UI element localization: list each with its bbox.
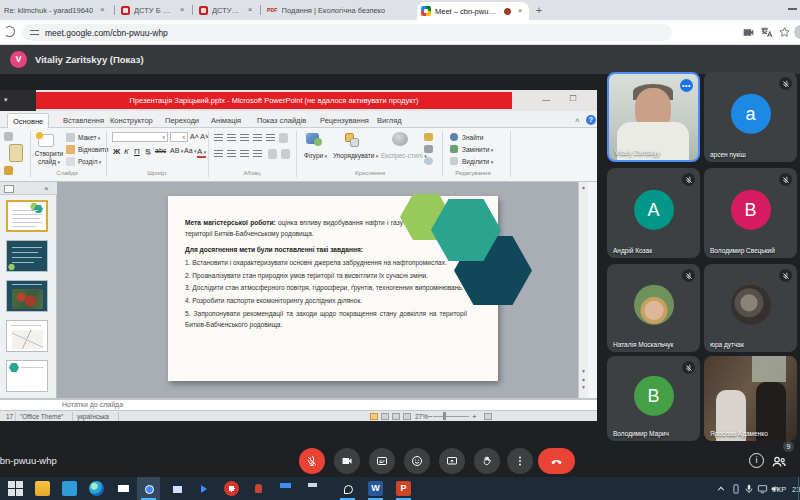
reset-button[interactable]: Відновити	[78, 146, 108, 153]
ribbon-tab-transitions[interactable]: Переходи	[160, 113, 204, 128]
browser-tab-3[interactable]: ДСТУ 7705:2015 Захист довкі	[195, 0, 259, 20]
ppt-maximize-icon[interactable]	[570, 94, 576, 103]
text-shadow-button[interactable]: S	[145, 147, 150, 156]
tab-close-icon[interactable]	[515, 6, 525, 16]
replace-button[interactable]: Замінити	[462, 146, 493, 153]
italic-button[interactable]: К	[124, 147, 129, 156]
slide-sorter-icon[interactable]	[381, 413, 389, 420]
language-indicator[interactable]: українська	[77, 413, 109, 420]
ppt-minimize-icon[interactable]	[542, 96, 550, 104]
meeting-details-icon[interactable]	[749, 453, 764, 468]
tray-phone-icon[interactable]	[731, 484, 741, 494]
shapes-button[interactable]: Фігури	[304, 152, 327, 159]
cut-icon[interactable]	[4, 132, 13, 141]
character-spacing-button[interactable]: АВ	[170, 147, 183, 154]
font-color-button[interactable]: А	[197, 147, 206, 158]
translate-icon[interactable]	[760, 26, 773, 39]
new-tab-button[interactable]	[533, 4, 545, 16]
more-options-button[interactable]	[507, 448, 533, 474]
participant-tile-natalia[interactable]: Наталія Москальчук	[607, 264, 700, 352]
quick-access-toolbar-icon[interactable]	[4, 96, 8, 104]
reactions-button[interactable]	[404, 448, 430, 474]
notes-pane[interactable]: Нотатки до слайда	[0, 398, 597, 410]
ribbon-tab-home[interactable]: Основне	[7, 113, 49, 128]
help-icon[interactable]	[586, 115, 596, 125]
slides-tab-icon[interactable]	[4, 185, 14, 193]
close-pane-icon[interactable]	[44, 184, 49, 193]
paste-icon[interactable]	[9, 144, 23, 162]
grow-shrink-font-icons[interactable]: A˄ A˅	[190, 133, 209, 140]
site-info-icon[interactable]	[30, 29, 39, 36]
participant-tile-yura[interactable]: юра дутчак	[704, 264, 797, 352]
camera-in-use-icon[interactable]	[742, 26, 755, 39]
zoom-in-icon[interactable]: +	[472, 412, 477, 421]
layout-button[interactable]: Макет	[78, 134, 100, 141]
new-slide-button[interactable]: Створити слайд	[34, 150, 64, 166]
powerpoint-icon[interactable]	[396, 481, 411, 496]
align-center-icon[interactable]	[227, 150, 236, 158]
zoom-slider-thumb[interactable]	[443, 412, 446, 420]
ribbon-tab-design[interactable]: Конструктор	[105, 113, 158, 128]
slide-thumbnail[interactable]	[6, 240, 48, 272]
participant-tile-volodymyr-s[interactable]: В Володимир Свєцький	[704, 168, 797, 258]
profile-avatar[interactable]	[794, 25, 800, 39]
tray-display-icon[interactable]	[757, 484, 768, 494]
present-screen-button[interactable]	[439, 448, 465, 474]
tab-close-icon[interactable]	[245, 5, 255, 15]
ms-store-icon[interactable]	[62, 481, 77, 496]
participant-tile-yaroslav[interactable]: Ярослав Адаменко	[704, 356, 797, 441]
tile-options-icon[interactable]	[680, 79, 693, 92]
increase-indent-icon[interactable]	[253, 134, 262, 142]
app-icon-red[interactable]	[224, 481, 239, 496]
decrease-indent-icon[interactable]	[240, 134, 249, 142]
participants-panel-icon[interactable]	[772, 454, 787, 472]
browser-tab-1[interactable]: Re: klimchuk - yarad19640	[0, 0, 112, 20]
slide-thumbnail[interactable]	[6, 360, 48, 392]
justify-icon[interactable]	[253, 150, 262, 158]
ribbon-tab-slideshow[interactable]: Показ слайдів	[252, 113, 311, 128]
tray-mic-icon[interactable]	[744, 484, 754, 494]
browser-tab-meet-active[interactable]: Meet – cbn-pwuu-whp	[417, 2, 529, 20]
slide-thumbnail[interactable]	[6, 280, 48, 312]
smartart-convert-icon[interactable]	[281, 149, 290, 159]
participant-tile-andriy[interactable]: А Андрій Козак	[607, 168, 700, 258]
ribbon-tab-insert[interactable]: Вставлення	[58, 113, 109, 128]
participant-tile-volodymyr-m[interactable]: В Володимир Марич	[607, 356, 700, 441]
shape-outline-icon[interactable]	[424, 145, 433, 153]
ribbon-collapse-icon[interactable]	[575, 116, 580, 125]
word-icon[interactable]	[368, 481, 383, 496]
shape-fill-icon[interactable]	[424, 133, 433, 141]
tab-close-icon[interactable]	[97, 5, 107, 15]
slideshow-icon[interactable]	[403, 413, 411, 420]
bold-button[interactable]: Ж	[113, 147, 120, 156]
underline-button[interactable]: П	[134, 147, 140, 156]
reload-icon[interactable]	[4, 26, 15, 37]
ribbon-tab-view[interactable]: Вигляд	[372, 113, 407, 128]
tab-close-icon[interactable]	[177, 5, 187, 15]
align-right-icon[interactable]	[240, 150, 249, 158]
tray-expand-icon[interactable]	[716, 484, 726, 494]
window-minimize-icon[interactable]	[788, 8, 797, 10]
align-left-icon[interactable]	[214, 150, 223, 158]
slide-canvas-area[interactable]: Мета магістерської роботи: оцінка впливу…	[57, 182, 588, 398]
find-button[interactable]: Знайти	[462, 134, 483, 141]
camera-toggle-button[interactable]	[334, 448, 360, 474]
text-direction-icon[interactable]	[279, 133, 288, 143]
participant-tile-arsen[interactable]: a арсен пукіш	[704, 72, 797, 162]
columns-icon[interactable]	[268, 149, 277, 159]
select-button[interactable]: Виділити	[462, 158, 493, 165]
ribbon-tab-animations[interactable]: Анімація	[206, 113, 246, 128]
normal-view-icon[interactable]	[370, 413, 378, 420]
raise-hand-button[interactable]	[474, 448, 500, 474]
section-button[interactable]: Розділ	[78, 158, 101, 165]
slide-thumbnail-current[interactable]	[6, 200, 48, 232]
ribbon-tab-review[interactable]: Рецензування	[315, 113, 374, 128]
captions-button[interactable]	[369, 448, 395, 474]
shape-effects-icon[interactable]	[424, 157, 433, 165]
format-painter-icon[interactable]	[4, 166, 13, 175]
numbering-icon[interactable]	[227, 134, 236, 142]
bookmark-star-icon[interactable]	[778, 26, 791, 39]
start-button-icon[interactable]	[8, 481, 23, 496]
mic-toggle-button[interactable]	[299, 448, 325, 474]
quick-styles-button[interactable]: Експрес-стилі	[381, 152, 427, 159]
